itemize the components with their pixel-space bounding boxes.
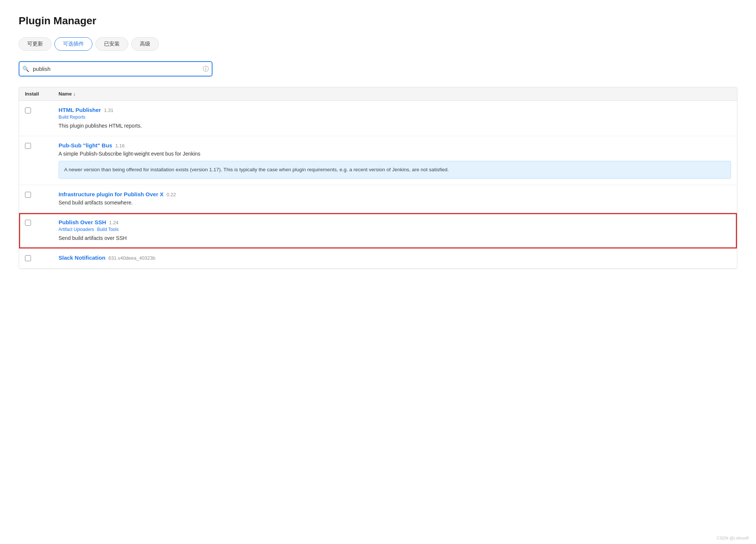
tab-bar: 可更新 可选插件 已安装 高级 [19, 37, 737, 51]
clear-icon[interactable]: ⓘ [203, 65, 209, 73]
tag-build-reports[interactable]: Build Reports [59, 115, 85, 120]
plugin-name-pub-sub[interactable]: Pub-Sub "light" Bus [59, 142, 112, 148]
install-checkbox-slack[interactable] [25, 255, 31, 261]
plugin-desc-ssh: Send build artifacts over SSH [59, 234, 731, 242]
tab-available[interactable]: 可选插件 [54, 37, 92, 51]
install-checkbox-ssh[interactable] [25, 220, 31, 226]
plugin-version-pub-sub: 1.16 [115, 143, 125, 148]
plugin-table: Install Name↓ HTML Publisher 1.31 Build … [19, 87, 737, 269]
plugin-tags-ssh: Artifact Uploaders Build Tools [59, 227, 731, 232]
tab-updatable[interactable]: 可更新 [19, 37, 51, 51]
plugin-content-html-publisher: HTML Publisher 1.31 Build Reports This p… [59, 107, 731, 130]
plugin-title-row-pub-sub: Pub-Sub "light" Bus 1.16 [59, 142, 731, 148]
plugin-desc-infra: Send build artifacts somewhere. [59, 199, 731, 207]
tab-installed[interactable]: 已安装 [95, 37, 128, 51]
install-checkbox-col-slack [25, 254, 51, 261]
plugin-name-slack[interactable]: Slack Notification [59, 254, 105, 261]
plugin-content-ssh: Publish Over SSH 1.24 Artifact Uploaders… [59, 219, 731, 242]
page-title: Plugin Manager [19, 15, 737, 27]
plugin-tags-html-publisher: Build Reports [59, 115, 731, 120]
col-install-header: Install [25, 91, 51, 97]
install-checkbox-col-pub-sub [25, 142, 51, 149]
plugin-version-ssh: 1.24 [109, 220, 119, 225]
plugin-title-row-ssh: Publish Over SSH 1.24 [59, 219, 731, 225]
plugin-content-pub-sub: Pub-Sub "light" Bus 1.16 A simple Publis… [59, 142, 731, 179]
search-wrapper: 🔍 ⓘ [19, 61, 212, 76]
install-checkbox-infra[interactable] [25, 192, 31, 198]
install-checkbox-html-publisher[interactable] [25, 107, 31, 113]
plugin-desc-html-publisher: This plugin publishes HTML reports. [59, 122, 731, 130]
table-header: Install Name↓ [19, 87, 737, 101]
plugin-row-infra-publish: Infrastructure plugin for Publish Over X… [19, 185, 737, 213]
plugin-title-row: HTML Publisher 1.31 [59, 107, 731, 113]
plugin-name-infra[interactable]: Infrastructure plugin for Publish Over X [59, 191, 164, 197]
plugin-title-row-slack: Slack Notification 631.v40deea_40323b [59, 254, 731, 261]
install-checkbox-col-ssh [25, 219, 51, 226]
plugin-content-infra: Infrastructure plugin for Publish Over X… [59, 191, 731, 207]
plugin-version-html-publisher: 1.31 [104, 107, 113, 113]
plugin-version-slack: 631.v40deea_40323b [108, 255, 155, 261]
plugin-row-pub-sub: Pub-Sub "light" Bus 1.16 A simple Publis… [19, 136, 737, 185]
col-name-header: Name↓ [59, 91, 731, 97]
install-checkbox-col [25, 107, 51, 113]
plugin-row-slack: Slack Notification 631.v40deea_40323b [19, 248, 737, 269]
search-input[interactable] [19, 61, 212, 76]
tag-artifact-uploaders[interactable]: Artifact Uploaders [59, 227, 94, 232]
plugin-name-html-publisher[interactable]: HTML Publisher [59, 107, 101, 113]
plugin-title-row-infra: Infrastructure plugin for Publish Over X… [59, 191, 731, 197]
info-box-pub-sub: A newer version than being offered for i… [59, 161, 731, 179]
sort-arrow: ↓ [73, 91, 75, 97]
plugin-content-slack: Slack Notification 631.v40deea_40323b [59, 254, 731, 262]
search-icon: 🔍 [22, 66, 29, 72]
tab-advanced[interactable]: 高级 [131, 37, 159, 51]
install-checkbox-pub-sub[interactable] [25, 143, 31, 149]
plugin-row-publish-ssh: Publish Over SSH 1.24 Artifact Uploaders… [19, 213, 737, 248]
plugin-desc-pub-sub: A simple Publish-Subscribe light-weight … [59, 150, 731, 158]
install-checkbox-col-infra [25, 191, 51, 198]
tag-build-tools[interactable]: Build Tools [97, 227, 119, 232]
plugin-row-html-publisher: HTML Publisher 1.31 Build Reports This p… [19, 101, 737, 136]
plugin-version-infra: 0.22 [167, 192, 176, 197]
plugin-name-ssh[interactable]: Publish Over SSH [59, 219, 106, 225]
